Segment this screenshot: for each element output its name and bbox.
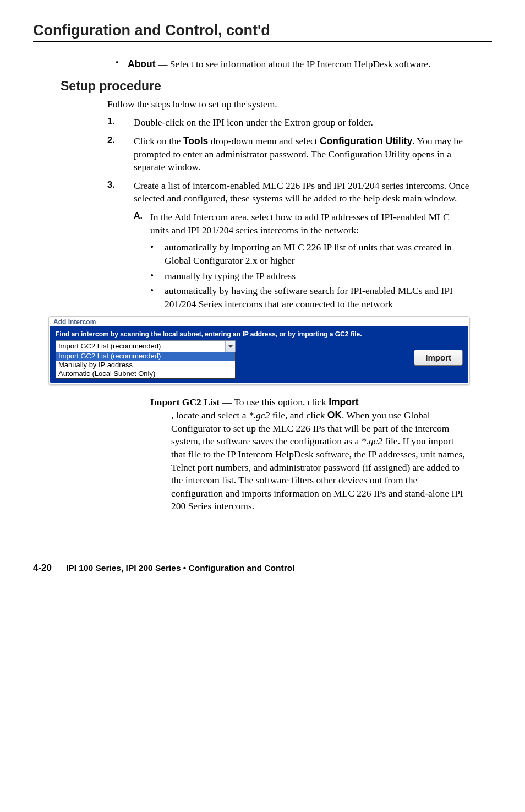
step-1-text: Double-click on the IPI icon under the E… — [134, 116, 470, 129]
import-button[interactable]: Import — [414, 350, 463, 366]
bullet-about: • About — Select to see information abou… — [116, 58, 470, 71]
sub-bullet-2: • manually by typing the IP address — [150, 270, 470, 283]
sub-bullet-3: • automatically by having the software s… — [150, 285, 470, 310]
dropdown-option[interactable]: Automatic (Local Subnet Only) — [56, 369, 235, 378]
page-header: Configuration and Control, cont'd — [33, 22, 492, 39]
page-footer: 4-20 IPI 100 Series, IPI 200 Series • Co… — [0, 563, 525, 585]
dropdown-option[interactable]: Manually by IP address — [56, 361, 235, 369]
chevron-down-icon[interactable] — [225, 341, 235, 352]
bullet-dot: • — [150, 270, 165, 283]
step-2-number: 2. — [107, 135, 134, 174]
sub-bullet-1: • automatically by importing an MLC 226 … — [150, 241, 470, 267]
add-intercom-screenshot: Add Intercom Find an intercom by scannin… — [48, 316, 470, 385]
def-import-action: Import — [329, 396, 358, 407]
sub-bullet-2-text: manually by typing the IP address — [165, 270, 470, 283]
step-3a-text: In the Add Intercom area, select how to … — [150, 211, 470, 237]
intro-text: Follow the steps below to set up the sys… — [107, 98, 470, 111]
def-mid2: file, and click — [270, 410, 327, 421]
bullet-dot: • — [116, 58, 128, 71]
bullet-dot: • — [150, 285, 165, 310]
step-3: 3. Create a list of intercom-enabled MLC… — [107, 179, 470, 205]
setup-procedure-heading: Setup procedure — [61, 79, 492, 94]
step-3-number: 3. — [107, 179, 134, 205]
sub-bullet-1-text: automatically by importing an MLC 226 IP… — [165, 241, 470, 267]
bullet-dot: • — [150, 241, 165, 267]
header-rule — [33, 41, 492, 42]
step-2-mid: drop-down menu and select — [208, 135, 320, 146]
step-2-tools: Tools — [183, 135, 208, 146]
method-dropdown[interactable]: Import GC2 List (recommended) — [56, 340, 236, 352]
step-3-text: Create a list of intercom-enabled MLC 22… — [134, 179, 470, 205]
dropdown-option[interactable]: Import GC2 List (recommended) — [56, 352, 235, 361]
about-label: About — [128, 58, 156, 69]
step-3a-letter: A. — [134, 211, 150, 237]
groupbox-label: Add Intercom — [50, 318, 468, 326]
panel-prompt: Find an intercom by scanning the local s… — [56, 330, 408, 338]
step-1-number: 1. — [107, 116, 134, 129]
def-file2: *.gc2 — [362, 435, 382, 446]
footer-text: IPI 100 Series, IPI 200 Series • Configu… — [66, 563, 294, 573]
about-text: — Select to see information about the IP… — [156, 58, 431, 69]
step-2-config-utility: Configuration Utility — [320, 135, 412, 146]
step-2-pre: Click on the — [134, 135, 183, 146]
def-mid1: , locate and select a — [171, 410, 249, 421]
blue-panel: Find an intercom by scanning the local s… — [50, 326, 468, 383]
def-term: Import GC2 List — [150, 396, 220, 407]
page-number: 4-20 — [33, 563, 66, 574]
step-1: 1. Double-click on the IPI icon under th… — [107, 116, 470, 129]
sub-bullet-3-text: automatically by having the software sea… — [165, 285, 470, 310]
def-file: *.gc2 — [249, 410, 270, 421]
dropdown-list: Import GC2 List (recommended) Manually b… — [56, 352, 236, 379]
step-2: 2. Click on the Tools drop-down menu and… — [107, 135, 470, 174]
import-gc2-definition: Import GC2 List — To use this option, cl… — [150, 396, 470, 513]
def-body2: file. If you import that file to the IP … — [171, 435, 465, 511]
step-3a: A. In the Add Intercom area, select how … — [134, 211, 470, 237]
def-dash: — To use this option, click — [220, 396, 329, 407]
dropdown-selected: Import GC2 List (recommended) — [56, 341, 225, 352]
def-ok-action: OK — [327, 410, 342, 421]
